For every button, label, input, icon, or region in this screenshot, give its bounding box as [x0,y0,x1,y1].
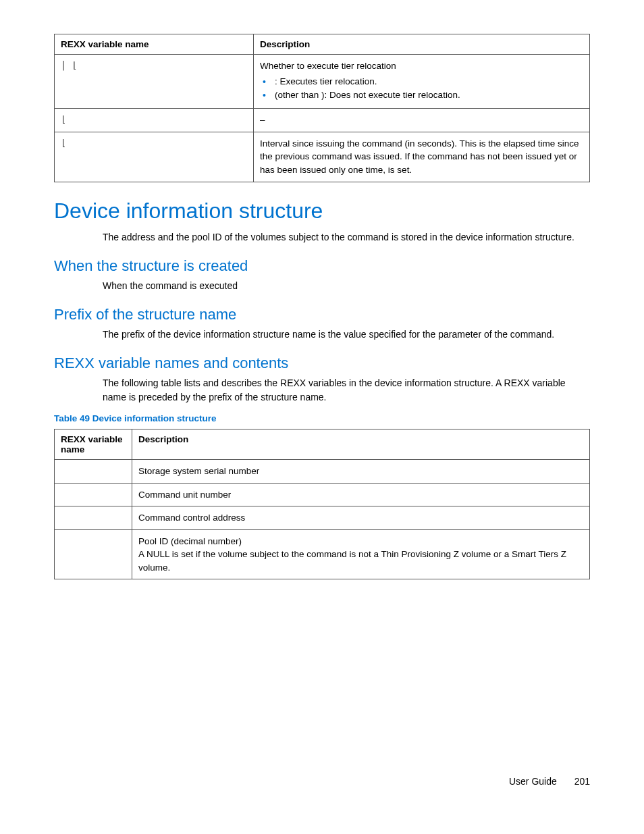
rexx-table-1: REXX variable name Description | ⌊ Wheth… [54,34,590,182]
heading-device-info-structure: Device information structure [54,199,590,224]
glyph-icon: ⌊ [61,137,66,148]
heading-rexx-names: REXX variable names and contents [54,355,590,372]
table2-header-desc: Description [132,429,590,460]
cell-name [55,460,132,484]
bullet-item: : Executes tier relocation. [260,76,583,88]
glyph-icon: ⌊ [61,113,66,124]
table1-header-desc: Description [254,34,590,55]
table1-header-name: REXX variable name [55,34,254,55]
cell-desc: Pool ID (decimal number) A NULL is set i… [132,529,590,579]
cell-text: – [254,109,590,132]
cell-desc: Command control address [132,506,590,530]
table-caption: Table 49 Device information structure [54,413,590,423]
heading-prefix: Prefix of the structure name [54,306,590,323]
cell-name [55,483,132,506]
table-row: ⌊ Interval since issuing the command (in… [55,132,590,182]
glyph-icon: | ⌊ [61,59,77,70]
table2-header-name: REXX variable name [55,429,132,460]
bullet-item: (other than ): Does not execute tier rel… [260,89,583,102]
table-row: Storage system serial number [55,460,590,484]
table-row: Command control address [55,506,590,530]
cell-desc: Command unit number [132,483,590,506]
rexx-table-2: REXX variable name Description Storage s… [54,429,590,579]
page-number: 201 [574,776,590,787]
heading-when-created: When the structure is created [54,257,590,275]
table-row: Command unit number [55,483,590,506]
cell-desc: Storage system serial number [132,460,590,484]
cell-name [55,529,132,579]
table-row: Pool ID (decimal number) A NULL is set i… [55,529,590,579]
table-row: ⌊ – [55,109,590,132]
table-row: | ⌊ Whether to execute tier relocation :… [55,55,590,109]
page-footer: User Guide 201 [509,776,590,787]
cell-text: Interval since issuing the command (in s… [254,132,590,182]
paragraph: The following table lists and describes … [103,376,590,404]
paragraph: The prefix of the device information str… [103,328,590,341]
cell-text: Whether to execute tier relocation [260,59,583,73]
footer-label: User Guide [509,776,557,787]
paragraph: The address and the pool ID of the volum… [103,230,590,244]
cell-name [55,506,132,530]
paragraph: When the command is executed [103,279,590,292]
